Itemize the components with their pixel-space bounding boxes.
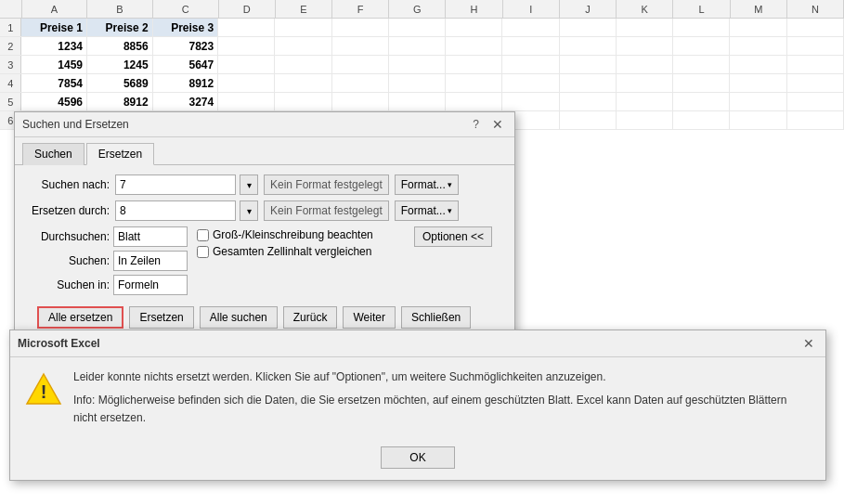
suchen-input[interactable] [115, 174, 236, 195]
ersetzen-dropdown-btn[interactable]: ▾ [240, 200, 258, 221]
cell-m3[interactable] [730, 56, 786, 73]
cell-a3[interactable]: 1459 [21, 56, 87, 73]
tab-ersetzen[interactable]: Ersetzen [86, 143, 154, 165]
cell-c4[interactable]: 8912 [153, 74, 219, 92]
cell-h5[interactable] [446, 93, 502, 110]
cell-g5[interactable] [389, 93, 446, 110]
cell-n4[interactable] [787, 74, 844, 92]
cell-j1[interactable] [560, 19, 617, 36]
cell-f5[interactable] [332, 93, 389, 110]
help-button[interactable]: ? [469, 118, 483, 131]
weiter-button[interactable]: Weiter [343, 306, 395, 329]
col-header-j: J [560, 0, 617, 18]
cell-l6[interactable] [673, 111, 730, 129]
cell-m6[interactable] [730, 111, 786, 129]
cell-l5[interactable] [673, 93, 730, 110]
cell-c5[interactable]: 3274 [153, 93, 219, 110]
ersetzen-input[interactable] [115, 200, 236, 221]
suchen-in2-select[interactable]: Formeln Werte Kommentare [113, 275, 188, 295]
cell-e1[interactable] [275, 19, 331, 36]
cell-m4[interactable] [730, 74, 786, 92]
cell-g2[interactable] [389, 37, 446, 55]
cell-l3[interactable] [673, 56, 730, 73]
cell-k2[interactable] [617, 37, 673, 55]
suchen-format-button[interactable]: Format... ▾ [395, 174, 459, 195]
cell-j5[interactable] [560, 93, 617, 110]
cell-n1[interactable] [787, 19, 844, 36]
cell-i2[interactable] [502, 37, 559, 55]
cell-k1[interactable] [617, 19, 673, 36]
header-c[interactable]: Preise 3 [153, 19, 219, 36]
cell-l4[interactable] [673, 74, 730, 92]
alle-suchen-button[interactable]: Alle suchen [200, 306, 278, 329]
cell-k5[interactable] [617, 93, 673, 110]
excel-close-button[interactable]: ✕ [799, 336, 818, 351]
cell-f3[interactable] [332, 56, 389, 73]
cell-b2[interactable]: 8856 [87, 37, 153, 55]
cell-n6[interactable] [787, 111, 844, 129]
cell-d2[interactable] [218, 37, 275, 55]
cell-k3[interactable] [617, 56, 673, 73]
cell-f1[interactable] [332, 19, 389, 36]
cell-f2[interactable] [332, 37, 389, 55]
checkbox-gesamten[interactable] [197, 246, 209, 258]
cell-b4[interactable]: 5689 [87, 74, 153, 92]
schliessen-button[interactable]: Schließen [401, 306, 471, 329]
suchen-dropdown-btn[interactable]: ▾ [240, 174, 258, 195]
optionen-button[interactable]: Optionen << [414, 226, 492, 247]
cell-e4[interactable] [275, 74, 331, 92]
close-button[interactable]: ✕ [488, 118, 507, 131]
cell-b3[interactable]: 1245 [87, 56, 153, 73]
cell-i1[interactable] [502, 19, 559, 36]
cell-d5[interactable] [218, 93, 275, 110]
cell-g3[interactable] [389, 56, 446, 73]
cell-e3[interactable] [275, 56, 331, 73]
cell-d3[interactable] [218, 56, 275, 73]
cell-k6[interactable] [617, 111, 673, 129]
cell-d4[interactable] [218, 74, 275, 92]
cell-d1[interactable] [218, 19, 275, 36]
suchen-in-select[interactable]: In Zeilen In Spalten [113, 251, 188, 271]
cell-h3[interactable] [446, 56, 502, 73]
cell-j6[interactable] [560, 111, 617, 129]
cell-l2[interactable] [673, 37, 730, 55]
cell-k4[interactable] [617, 74, 673, 92]
cell-f4[interactable] [332, 74, 389, 92]
cell-j4[interactable] [560, 74, 617, 92]
tab-suchen[interactable]: Suchen [22, 143, 84, 165]
cell-n2[interactable] [787, 37, 844, 55]
header-b[interactable]: Preise 2 [87, 19, 153, 36]
cell-i3[interactable] [502, 56, 559, 73]
cell-g1[interactable] [389, 19, 446, 36]
cell-n3[interactable] [787, 56, 844, 73]
cell-b5[interactable]: 8912 [87, 93, 153, 110]
cell-m5[interactable] [730, 93, 786, 110]
cell-n5[interactable] [787, 93, 844, 110]
ersetzen-button[interactable]: Ersetzen [129, 306, 193, 329]
checkbox-gross[interactable] [197, 229, 209, 241]
zurueck-button[interactable]: Zurück [283, 306, 338, 329]
cell-a5[interactable]: 4596 [21, 93, 87, 110]
ersetzen-format-button[interactable]: Format... ▾ [395, 200, 459, 221]
cell-h1[interactable] [446, 19, 502, 36]
alle-ersetzen-button[interactable]: Alle ersetzen [37, 306, 123, 329]
cell-i4[interactable] [502, 74, 559, 92]
cell-i5[interactable] [502, 93, 559, 110]
cell-l1[interactable] [673, 19, 730, 36]
cell-j3[interactable] [560, 56, 617, 73]
header-a[interactable]: Preise 1 [21, 19, 87, 36]
cell-m1[interactable] [730, 19, 786, 36]
cell-m2[interactable] [730, 37, 786, 55]
cell-c2[interactable]: 7823 [153, 37, 219, 55]
durchsuchen-select[interactable]: Blatt Arbeitsmappe [113, 226, 188, 247]
cell-a4[interactable]: 7854 [21, 74, 87, 92]
cell-e5[interactable] [275, 93, 331, 110]
cell-h2[interactable] [446, 37, 502, 55]
cell-c3[interactable]: 5647 [153, 56, 219, 73]
cell-h4[interactable] [446, 74, 502, 92]
cell-g4[interactable] [389, 74, 446, 92]
cell-e2[interactable] [275, 37, 331, 55]
cell-a2[interactable]: 1234 [21, 37, 87, 55]
cell-j2[interactable] [560, 37, 617, 55]
ok-button[interactable]: OK [381, 446, 455, 469]
